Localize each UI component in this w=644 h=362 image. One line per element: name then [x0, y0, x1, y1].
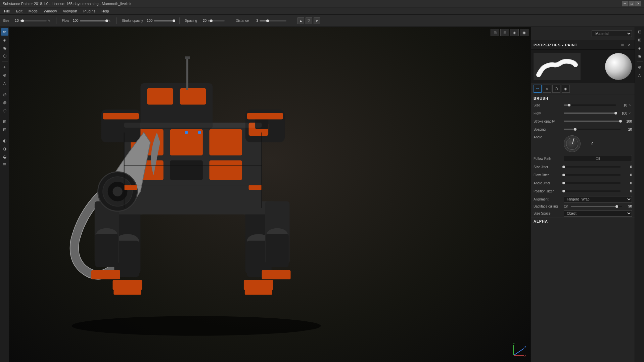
brush-angle-label: Angle — [534, 135, 564, 139]
tool-clone[interactable]: ⊕ — [1, 72, 8, 79]
tool-extra3[interactable]: ◒ — [1, 153, 8, 161]
menu-window[interactable]: Window — [41, 8, 59, 14]
tool-fill[interactable]: ⌖ — [1, 63, 8, 71]
tool-dodge[interactable]: ◍ — [1, 99, 8, 106]
spacing-slider[interactable] — [208, 20, 225, 21]
sep4 — [230, 17, 230, 24]
close-button[interactable]: ✕ — [635, 1, 641, 6]
stroke-mode-btn-3[interactable]: ➤ — [314, 17, 320, 24]
brush-stroke-opacity-label: Stroke opacity — [534, 120, 564, 123]
size-edit-icon[interactable]: ✎ — [48, 19, 51, 22]
tool-sep-1 — [2, 61, 8, 62]
brush-flow-slider-container: 100 ✓ — [564, 111, 632, 115]
menu-plugins[interactable]: Plugins — [81, 8, 98, 14]
toolbar-stroke-icons: ▲ ▽ ➤ — [297, 17, 320, 24]
tool-burn[interactable]: ◌ — [1, 107, 8, 114]
brush-size-edit-icon[interactable]: ✎ — [629, 103, 632, 107]
tool-sep-3 — [2, 116, 8, 116]
svg-line-52 — [514, 349, 524, 355]
tool-extra4[interactable]: ☰ — [1, 161, 8, 169]
brush-flow-check-icon[interactable]: ✓ — [629, 111, 632, 115]
vp-btn-2[interactable]: ⊞ — [500, 29, 509, 36]
brush-tab-material[interactable]: ⬡ — [552, 85, 560, 93]
tool-extra2[interactable]: ◑ — [1, 145, 8, 152]
tool-paint[interactable]: ✏ — [1, 28, 8, 36]
position-jitter-slider[interactable] — [564, 190, 620, 192]
menu-mode[interactable]: Mode — [26, 8, 41, 14]
toolbar: Size 10 ✎ Flow 100 ✎ Stroke opacity 100 … — [0, 15, 644, 27]
brush-spacing-slider[interactable] — [564, 129, 620, 130]
tool-smudge[interactable]: △ — [1, 80, 8, 87]
svg-rect-20 — [113, 290, 141, 295]
alignment-dropdown[interactable]: Tangent | Wrap — [564, 196, 632, 202]
minimize-button[interactable]: ─ — [622, 1, 628, 6]
size-space-row: Size Space Object — [531, 209, 635, 218]
brush-tab-stroke[interactable]: ✏ — [534, 85, 542, 93]
distance-slider[interactable] — [260, 20, 286, 21]
size-jitter-slider-container: 0 — [564, 165, 632, 169]
brush-tab-alpha[interactable]: ◈ — [543, 85, 551, 93]
properties-header: PROPERTIES - PAINT ⊞ ✕ — [531, 40, 635, 50]
brush-stroke-opacity-slider[interactable] — [564, 121, 620, 122]
menu-viewport[interactable]: Viewport — [60, 8, 80, 14]
menu-file[interactable]: File — [1, 8, 13, 14]
size-space-dropdown[interactable]: Object — [564, 210, 632, 217]
vp-btn-4[interactable]: ◉ — [520, 29, 528, 36]
position-jitter-slider-container: 0 — [564, 189, 632, 193]
main-layout: ✏ ◈ ◉ ⬡ ⌖ ⊕ △ ◎ ◍ ◌ ⊞ ⊟ ◐ ◑ ◒ ☰ — [0, 27, 644, 362]
tool-extra1[interactable]: ◐ — [1, 137, 8, 144]
right-icon-history[interactable]: ◉ — [636, 52, 643, 60]
flow-jitter-value: 0 — [622, 173, 632, 177]
stroke-mode-btn-2[interactable]: ▽ — [306, 17, 312, 24]
stroke-mode-btn-1[interactable]: ▲ — [297, 17, 304, 24]
angle-jitter-row: Angle Jitter 0 — [531, 179, 635, 187]
flow-jitter-slider[interactable] — [564, 174, 620, 176]
size-slider[interactable] — [20, 20, 47, 21]
brush-size-slider[interactable] — [564, 104, 616, 106]
viewport[interactable]: ⊟ ⊞ ◈ ◉ Z Y X — [9, 27, 531, 362]
backface-culling-slider[interactable] — [571, 206, 622, 207]
angle-jitter-value: 0 — [622, 181, 632, 185]
tool-blur[interactable]: ◎ — [1, 91, 8, 98]
maximize-button[interactable]: □ — [629, 1, 635, 6]
right-icon-layers[interactable]: ⊟ — [636, 28, 643, 36]
brush-spacing-row: Spacing 20 — [531, 125, 635, 133]
brush-stroke-opacity-slider-container: 100 — [564, 120, 632, 123]
tool-picker[interactable]: ⊞ — [1, 118, 8, 125]
vp-btn-3[interactable]: ◈ — [510, 29, 519, 36]
tool-eraser[interactable]: ◈ — [1, 36, 8, 44]
right-panel: Material PROPERTIES - PAINT ⊞ ✕ — [531, 27, 635, 362]
material-dropdown[interactable]: Material — [592, 30, 632, 37]
stroke-opacity-slider[interactable] — [154, 20, 174, 21]
brush-angle-dial[interactable] — [564, 135, 581, 152]
flow-slider[interactable] — [80, 20, 107, 21]
menu-bar: File Edit Mode Window Viewport Plugins H… — [0, 7, 644, 15]
brush-flow-slider[interactable] — [564, 112, 616, 114]
right-icon-display[interactable]: ⊕ — [636, 63, 643, 71]
flow-edit-icon[interactable]: ✎ — [108, 19, 111, 22]
tool-projection[interactable]: ◉ — [1, 44, 8, 52]
tool-geometry[interactable]: ⬡ — [1, 52, 8, 60]
size-jitter-value: 0 — [622, 165, 632, 169]
right-icon-texture-set[interactable]: ⊞ — [636, 36, 643, 44]
follow-path-toggle[interactable]: Off — [564, 155, 632, 162]
right-icon-material[interactable]: △ — [636, 72, 643, 79]
properties-title: PROPERTIES - PAINT — [534, 43, 578, 47]
properties-expand-icon[interactable]: ⊞ — [620, 42, 625, 48]
menu-edit[interactable]: Edit — [13, 8, 25, 14]
properties-panel: PROPERTIES - PAINT ⊞ ✕ ✏ — [531, 40, 635, 362]
tool-measure[interactable]: ⊟ — [1, 126, 8, 133]
vp-btn-1[interactable]: ⊟ — [491, 29, 499, 36]
distance-value: 3 — [250, 19, 258, 22]
right-icon-effects[interactable]: ◈ — [636, 44, 643, 52]
backface-culling-toggle[interactable]: On — [564, 205, 568, 208]
svg-rect-4 — [209, 129, 242, 155]
svg-rect-7 — [209, 160, 242, 180]
size-jitter-slider[interactable] — [564, 166, 620, 168]
brush-tab-blending[interactable]: ◉ — [562, 85, 570, 93]
menu-help[interactable]: Help — [99, 8, 112, 14]
properties-close-icon[interactable]: ✕ — [627, 42, 632, 48]
svg-text:Y: Y — [513, 342, 515, 345]
right-sidebar: ⊟ ⊞ ◈ ◉ ⊕ △ — [635, 27, 644, 362]
angle-jitter-slider[interactable] — [564, 182, 620, 184]
